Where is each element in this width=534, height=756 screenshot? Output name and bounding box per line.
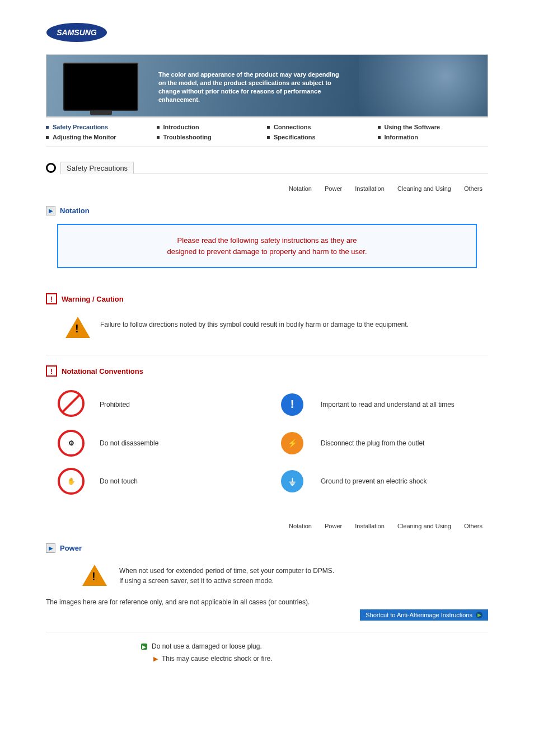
- important-icon: !: [281, 393, 303, 416]
- monitor-image: [63, 63, 138, 111]
- heading-warning-caution: ! Warning / Caution: [46, 293, 488, 304]
- reference-note: The images here are for reference only, …: [46, 598, 488, 606]
- nav-using-software[interactable]: Using the Software: [378, 122, 489, 132]
- heading-notational-conventions: ! Notational Conventions: [46, 365, 488, 377]
- sub-nav-top: Notation Power Installation Cleaning and…: [46, 185, 488, 192]
- warning-triangle-icon: [82, 565, 107, 586]
- svg-text:SAMSUNG: SAMSUNG: [57, 28, 97, 37]
- arrow-circle-icon: ▶: [476, 612, 483, 618]
- nav-information[interactable]: Information: [378, 132, 489, 142]
- power-intro-block: When not used for extended period of tim…: [46, 561, 488, 594]
- exclamation-icon: !: [46, 365, 57, 377]
- section-tab: Safety Precautions: [46, 161, 488, 174]
- nav-safety-precautions[interactable]: Safety Precautions: [46, 122, 157, 132]
- warning-text: Failure to follow directions noted by th…: [100, 317, 409, 330]
- bullet-main-text: Do not use a damaged or loose plug.: [152, 642, 262, 650]
- power-line2: If using a screen saver, set it to activ…: [119, 576, 334, 586]
- nav-introduction[interactable]: Introduction: [157, 122, 268, 132]
- subnav-others[interactable]: Others: [464, 185, 483, 192]
- power-line1: When not used for extended period of tim…: [119, 566, 334, 576]
- arrow-icon: ▶: [46, 206, 55, 215]
- separator: [46, 355, 488, 355]
- bullet-sub-text: This may cause electric shock or fire.: [162, 655, 272, 663]
- subnav-others[interactable]: Others: [464, 523, 483, 529]
- hero-banner: The color and appearance of the product …: [46, 54, 488, 117]
- nav-troubleshooting[interactable]: Troubleshooting: [157, 132, 268, 142]
- unplug-label: Disconnect the plug from the outlet: [317, 439, 488, 447]
- prohibited-icon: [58, 390, 85, 417]
- shortcut-anti-afterimage-button[interactable]: Shortcut to Anti-Afterimage Instructions…: [360, 609, 488, 621]
- subnav-notation[interactable]: Notation: [289, 523, 312, 529]
- subnav-cleaning[interactable]: Cleaning and Using: [397, 523, 451, 529]
- subnav-cleaning[interactable]: Cleaning and Using: [397, 185, 451, 192]
- notouch-label: Do not touch: [96, 477, 267, 485]
- nav-adjusting-monitor[interactable]: Adjusting the Monitor: [46, 132, 157, 142]
- shortcut-label: Shortcut to Anti-Afterimage Instructions: [366, 612, 472, 618]
- conventions-table: Prohibited ! Important to read and under…: [46, 384, 488, 500]
- brand-logo: SAMSUNG: [46, 22, 488, 44]
- ground-label: Ground to prevent an electric shock: [317, 477, 488, 485]
- warning-triangle-icon: [65, 317, 90, 338]
- subnav-power[interactable]: Power: [325, 523, 342, 529]
- exclamation-icon: !: [46, 293, 57, 304]
- section-dot-icon: [46, 163, 56, 173]
- subnav-power[interactable]: Power: [325, 185, 342, 192]
- heading-notation: ▶ Notation: [46, 206, 488, 215]
- ground-icon: ⏚: [281, 470, 303, 492]
- banner-text: The color and appearance of the product …: [158, 71, 343, 104]
- sub-nav-middle: Notation Power Installation Cleaning and…: [46, 523, 488, 529]
- disassemble-label: Do not disassemble: [96, 439, 267, 447]
- prohibited-label: Prohibited: [96, 401, 267, 408]
- heading-power: ▶ Power: [46, 543, 488, 553]
- section-title: Safety Precautions: [60, 162, 134, 174]
- subnav-installation[interactable]: Installation: [355, 523, 385, 529]
- arrow-icon: ▶: [46, 543, 55, 553]
- bullet-main-icon: ▶: [141, 644, 147, 650]
- disassemble-icon: ⚙: [58, 430, 85, 457]
- unplug-icon: ⚡: [281, 432, 303, 454]
- subnav-notation[interactable]: Notation: [289, 185, 312, 192]
- safety-notice-box: Please read the following safety instruc…: [57, 224, 477, 268]
- power-bullet-block: ▶ Do not use a damaged or loose plug. ▶ …: [141, 642, 488, 663]
- notouch-icon: ✋: [58, 468, 85, 495]
- warning-row: Failure to follow directions noted by th…: [46, 312, 488, 349]
- main-nav: Safety Precautions Introduction Connecti…: [46, 117, 488, 147]
- nav-specifications[interactable]: Specifications: [267, 132, 378, 142]
- bullet-sub-icon: ▶: [153, 655, 158, 663]
- subnav-installation[interactable]: Installation: [355, 185, 385, 192]
- nav-connections[interactable]: Connections: [267, 122, 378, 132]
- separator: [46, 632, 488, 632]
- important-label: Important to read and understand at all …: [317, 401, 488, 408]
